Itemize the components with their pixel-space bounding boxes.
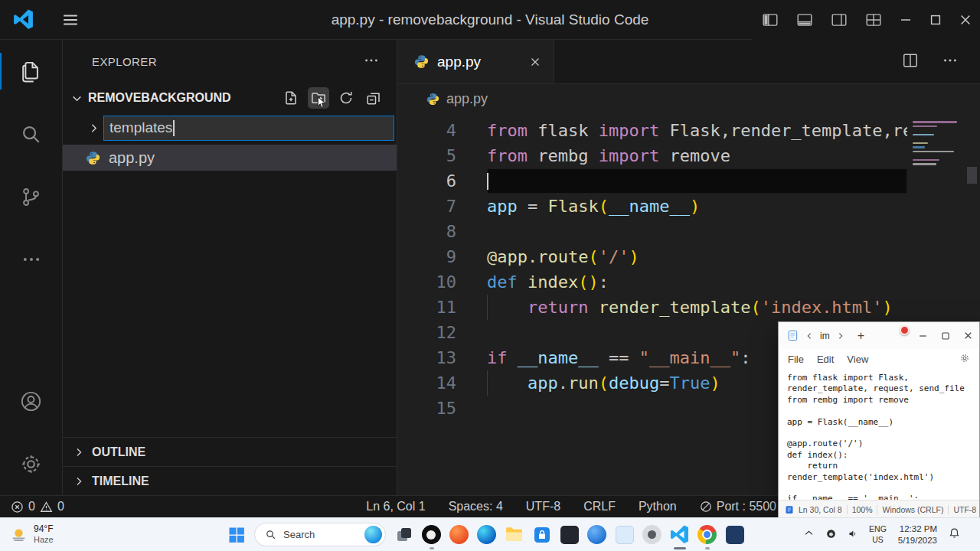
haze-weather-icon (10, 526, 28, 543)
live-server-port-indicator[interactable]: Port : 5500 (700, 500, 776, 514)
title-bar: app.py - removebackground - Visual Studi… (0, 0, 980, 40)
clock-widget[interactable]: 12:32 PM 5/19/2023 (898, 523, 937, 546)
indentation-indicator[interactable]: Spaces: 4 (449, 500, 503, 514)
code-line-5[interactable]: 5from rembg import remove (397, 143, 907, 168)
explorer-more-button[interactable] (363, 52, 380, 71)
new-file-button[interactable] (280, 87, 302, 109)
ellipsis-icon (21, 249, 42, 270)
code-line-4[interactable]: 4from flask import Flask,render_template… (397, 118, 907, 143)
weather-widget[interactable]: 94°F Haze (0, 524, 54, 544)
problems-button[interactable]: 0 0 (11, 500, 64, 514)
close-icon[interactable] (963, 331, 973, 341)
light-blue-app-button[interactable] (615, 525, 634, 544)
language-indicator[interactable]: ENG US (869, 524, 887, 544)
taskbar-search-box[interactable]: Search (254, 523, 386, 546)
cursor-position-indicator[interactable]: Ln 6, Col 1 (366, 500, 425, 514)
maximize-icon[interactable] (941, 331, 950, 341)
search-icon (265, 529, 276, 540)
minimize-icon[interactable] (918, 331, 928, 341)
timeline-section-header[interactable]: TIMELINE (63, 466, 397, 495)
customize-layout-button[interactable] (856, 0, 890, 40)
edge-button[interactable] (477, 525, 496, 544)
orange-browser-button[interactable] (449, 525, 469, 544)
eol-indicator[interactable]: CRLF (583, 500, 616, 514)
notepad-eol: Windows (CRLF) (882, 505, 943, 514)
language-mode-indicator[interactable]: Python (639, 500, 677, 514)
code-line-11[interactable]: 11 return render_template('index.html') (397, 295, 907, 320)
editor-more-actions-button[interactable] (942, 52, 959, 72)
toggle-primary-sidebar-button[interactable] (753, 0, 787, 40)
notepad-settings-button[interactable] (959, 353, 970, 366)
activity-more-button[interactable] (0, 228, 63, 291)
navy-app-button[interactable] (725, 525, 744, 544)
code-line-9[interactable]: 9@app.route('/') (397, 244, 907, 269)
notepad-status-bar: Ln 30, Col 8 100% Windows (CRLF) UTF-8 (779, 500, 979, 518)
ellipsis-icon (363, 52, 380, 69)
files-icon (19, 60, 43, 83)
activity-bar (0, 40, 63, 495)
menu-icon[interactable] (59, 8, 82, 31)
toggle-secondary-sidebar-button[interactable] (822, 0, 856, 40)
split-editor-button[interactable] (902, 52, 919, 72)
notification-center-button[interactable] (949, 527, 960, 542)
blue-app-button[interactable] (587, 525, 606, 544)
activity-source-control-button[interactable] (0, 165, 63, 228)
collapse-folders-button[interactable] (363, 87, 384, 109)
task-view-button[interactable] (394, 525, 413, 544)
menu-view[interactable]: View (847, 354, 868, 365)
tray-app-icon-1[interactable] (826, 528, 836, 542)
code-line-10[interactable]: 10def index(): (397, 269, 907, 295)
chevron-right-icon (73, 446, 85, 458)
close-tab-button[interactable] (529, 56, 541, 68)
tab-app-py[interactable]: app.py (397, 40, 554, 83)
explorer-sidebar: EXPLORER REMOVEBACKGROUND (63, 40, 397, 495)
taskbar-search-label: Search (283, 529, 315, 540)
new-tab-button[interactable]: + (858, 329, 864, 343)
folder-section-header[interactable]: REMOVEBACKGROUND (63, 83, 397, 113)
refresh-icon (338, 90, 354, 106)
menu-file[interactable]: File (788, 354, 804, 365)
panel-bottom-icon (796, 11, 813, 28)
vscode-button[interactable] (670, 525, 689, 544)
gray-app-button[interactable] (642, 525, 662, 544)
maximize-button[interactable] (920, 0, 950, 40)
minimize-button[interactable] (890, 0, 920, 40)
microsoft-store-button[interactable] (532, 525, 551, 544)
new-folder-name-input[interactable]: templates (103, 116, 394, 141)
code-line-6[interactable]: 6 (397, 168, 907, 194)
new-folder-button[interactable] (308, 87, 329, 109)
sidebar-left-icon (762, 11, 779, 28)
refresh-explorer-button[interactable] (335, 87, 357, 109)
tab-scroll-right-icon[interactable] (837, 332, 844, 340)
activity-explorer-button[interactable] (0, 40, 63, 103)
tab-scroll-left-icon[interactable] (805, 332, 813, 340)
outline-section-header[interactable]: OUTLINE (63, 437, 397, 466)
toggle-panel-button[interactable] (787, 0, 822, 40)
accounts-button[interactable] (0, 370, 63, 432)
close-icon (956, 11, 975, 29)
code-line-7[interactable]: 7app = Flask(__name__) (397, 194, 907, 219)
file-item-app-py[interactable]: app.py (63, 145, 397, 171)
notepad-tab[interactable]: im (820, 331, 830, 341)
file-explorer-button[interactable] (505, 525, 524, 544)
obs-studio-button[interactable] (422, 525, 441, 544)
start-button[interactable] (227, 525, 246, 544)
menu-edit[interactable]: Edit (817, 354, 834, 365)
activity-search-button[interactable] (0, 103, 63, 165)
notepad-text-area[interactable]: from flask import Flask, render_template… (779, 369, 979, 500)
chevron-up-icon (803, 527, 815, 539)
notepad-zoom-level[interactable]: 100% (852, 505, 873, 514)
text-caret (173, 120, 175, 136)
breadcrumb[interactable]: app.py (397, 84, 980, 113)
code-line-8[interactable]: 8 (397, 219, 907, 244)
tray-show-hidden-icons-button[interactable] (803, 527, 815, 542)
chrome-button[interactable] (697, 525, 717, 544)
bing-search-icon (364, 526, 382, 543)
close-window-button[interactable] (950, 0, 980, 40)
dark-app-button[interactable] (560, 525, 579, 544)
tray-app-icon-2[interactable] (848, 528, 858, 542)
scrollbar-thumb[interactable] (967, 167, 977, 184)
search-icon (19, 122, 43, 146)
settings-button[interactable] (0, 432, 63, 495)
encoding-indicator[interactable]: UTF-8 (526, 500, 560, 514)
